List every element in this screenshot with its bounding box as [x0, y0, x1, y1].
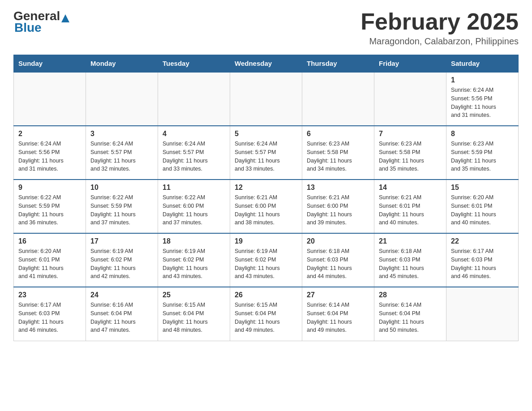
calendar-week-row: 1Sunrise: 6:24 AMSunset: 5:56 PMDaylight…	[14, 72, 519, 126]
calendar-week-row: 9Sunrise: 6:22 AMSunset: 5:59 PMDaylight…	[14, 180, 519, 233]
svg-marker-0	[61, 14, 69, 22]
calendar-cell: 26Sunrise: 6:15 AMSunset: 6:04 PMDayligh…	[230, 287, 302, 341]
calendar-cell	[86, 72, 158, 126]
day-info: Sunrise: 6:22 AMSunset: 6:00 PMDaylight:…	[163, 193, 225, 227]
calendar-cell: 3Sunrise: 6:24 AMSunset: 5:57 PMDaylight…	[86, 126, 158, 180]
day-number: 19	[235, 237, 297, 245]
calendar-cell	[302, 72, 374, 126]
day-info: Sunrise: 6:21 AMSunset: 6:01 PMDaylight:…	[379, 193, 442, 227]
day-info: Sunrise: 6:19 AMSunset: 6:02 PMDaylight:…	[235, 247, 297, 281]
day-number: 17	[90, 237, 153, 245]
day-info: Sunrise: 6:22 AMSunset: 5:59 PMDaylight:…	[18, 193, 81, 227]
day-info: Sunrise: 6:24 AMSunset: 5:56 PMDaylight:…	[18, 140, 81, 173]
day-number: 8	[451, 130, 514, 138]
day-number: 28	[379, 291, 442, 299]
calendar-cell	[230, 72, 302, 126]
calendar-cell: 10Sunrise: 6:22 AMSunset: 5:59 PMDayligh…	[86, 180, 158, 233]
day-number: 9	[18, 184, 81, 192]
day-info: Sunrise: 6:14 AMSunset: 6:04 PMDaylight:…	[379, 301, 442, 334]
day-info: Sunrise: 6:18 AMSunset: 6:03 PMDaylight:…	[307, 247, 369, 281]
calendar-cell: 14Sunrise: 6:21 AMSunset: 6:01 PMDayligh…	[374, 180, 446, 233]
calendar-cell: 4Sunrise: 6:24 AMSunset: 5:57 PMDaylight…	[158, 126, 230, 180]
day-number: 3	[90, 130, 153, 138]
day-number: 14	[379, 184, 442, 192]
day-info: Sunrise: 6:19 AMSunset: 6:02 PMDaylight:…	[163, 247, 225, 281]
page-title: February 2025	[360, 9, 519, 34]
calendar-cell: 13Sunrise: 6:21 AMSunset: 6:00 PMDayligh…	[302, 180, 374, 233]
day-info: Sunrise: 6:14 AMSunset: 6:04 PMDaylight:…	[307, 301, 369, 334]
day-number: 24	[90, 291, 153, 299]
day-info: Sunrise: 6:15 AMSunset: 6:04 PMDaylight:…	[163, 301, 225, 334]
logo-blue-text: Blue	[14, 21, 42, 35]
calendar-cell: 27Sunrise: 6:14 AMSunset: 6:04 PMDayligh…	[302, 287, 374, 341]
day-number: 6	[307, 130, 369, 138]
calendar-cell	[14, 72, 86, 126]
day-info: Sunrise: 6:20 AMSunset: 6:01 PMDaylight:…	[451, 193, 514, 227]
day-number: 18	[163, 237, 225, 245]
calendar-table: SundayMondayTuesdayWednesdayThursdayFrid…	[13, 55, 519, 341]
day-info: Sunrise: 6:24 AMSunset: 5:57 PMDaylight:…	[90, 140, 153, 173]
calendar-cell: 25Sunrise: 6:15 AMSunset: 6:04 PMDayligh…	[158, 287, 230, 341]
calendar-cell: 2Sunrise: 6:24 AMSunset: 5:56 PMDaylight…	[14, 126, 86, 180]
day-number: 4	[163, 130, 225, 138]
calendar-cell: 6Sunrise: 6:23 AMSunset: 5:58 PMDaylight…	[302, 126, 374, 180]
calendar-cell: 20Sunrise: 6:18 AMSunset: 6:03 PMDayligh…	[302, 233, 374, 287]
day-number: 5	[235, 130, 297, 138]
title-block: February 2025 Maragondon, Calabarzon, Ph…	[360, 9, 519, 47]
day-info: Sunrise: 6:17 AMSunset: 6:03 PMDaylight:…	[18, 301, 81, 334]
day-info: Sunrise: 6:24 AMSunset: 5:56 PMDaylight:…	[451, 86, 514, 120]
calendar-cell: 28Sunrise: 6:14 AMSunset: 6:04 PMDayligh…	[374, 287, 446, 341]
day-number: 15	[451, 184, 514, 192]
calendar-cell: 19Sunrise: 6:19 AMSunset: 6:02 PMDayligh…	[230, 233, 302, 287]
calendar-cell: 5Sunrise: 6:24 AMSunset: 5:57 PMDaylight…	[230, 126, 302, 180]
day-info: Sunrise: 6:23 AMSunset: 5:58 PMDaylight:…	[307, 140, 369, 173]
calendar-header-row: SundayMondayTuesdayWednesdayThursdayFrid…	[14, 55, 519, 73]
day-info: Sunrise: 6:22 AMSunset: 5:59 PMDaylight:…	[90, 193, 153, 227]
day-number: 23	[18, 291, 81, 299]
calendar-header-friday: Friday	[374, 55, 446, 73]
day-number: 16	[18, 237, 81, 245]
day-number: 25	[163, 291, 225, 299]
day-number: 7	[379, 130, 442, 138]
calendar-week-row: 2Sunrise: 6:24 AMSunset: 5:56 PMDaylight…	[14, 126, 519, 180]
calendar-cell	[446, 287, 519, 341]
calendar-header-saturday: Saturday	[446, 55, 519, 73]
day-number: 10	[90, 184, 153, 192]
calendar-cell: 7Sunrise: 6:23 AMSunset: 5:58 PMDaylight…	[374, 126, 446, 180]
day-info: Sunrise: 6:20 AMSunset: 6:01 PMDaylight:…	[18, 247, 81, 281]
calendar-header-wednesday: Wednesday	[230, 55, 302, 73]
calendar-cell: 12Sunrise: 6:21 AMSunset: 6:00 PMDayligh…	[230, 180, 302, 233]
calendar-week-row: 16Sunrise: 6:20 AMSunset: 6:01 PMDayligh…	[14, 233, 519, 287]
calendar-cell	[158, 72, 230, 126]
calendar-cell: 17Sunrise: 6:19 AMSunset: 6:02 PMDayligh…	[86, 233, 158, 287]
calendar-cell: 23Sunrise: 6:17 AMSunset: 6:03 PMDayligh…	[14, 287, 86, 341]
day-number: 11	[163, 184, 225, 192]
calendar-cell: 24Sunrise: 6:16 AMSunset: 6:04 PMDayligh…	[86, 287, 158, 341]
day-info: Sunrise: 6:21 AMSunset: 6:00 PMDaylight:…	[235, 193, 297, 227]
logo: General Blue	[13, 9, 69, 35]
day-number: 2	[18, 130, 81, 138]
calendar-cell: 8Sunrise: 6:23 AMSunset: 5:59 PMDaylight…	[446, 126, 519, 180]
day-number: 20	[307, 237, 369, 245]
calendar-cell: 1Sunrise: 6:24 AMSunset: 5:56 PMDaylight…	[446, 72, 519, 126]
calendar-cell: 9Sunrise: 6:22 AMSunset: 5:59 PMDaylight…	[14, 180, 86, 233]
calendar-header-monday: Monday	[86, 55, 158, 73]
calendar-cell: 21Sunrise: 6:18 AMSunset: 6:03 PMDayligh…	[374, 233, 446, 287]
day-info: Sunrise: 6:24 AMSunset: 5:57 PMDaylight:…	[235, 140, 297, 173]
day-number: 13	[307, 184, 369, 192]
day-info: Sunrise: 6:19 AMSunset: 6:02 PMDaylight:…	[90, 247, 153, 281]
day-number: 22	[451, 237, 514, 245]
calendar-header-sunday: Sunday	[14, 55, 86, 73]
logo-triangle-icon	[61, 14, 69, 22]
day-number: 26	[235, 291, 297, 299]
calendar-cell	[374, 72, 446, 126]
day-info: Sunrise: 6:21 AMSunset: 6:00 PMDaylight:…	[307, 193, 369, 227]
calendar-header-thursday: Thursday	[302, 55, 374, 73]
subtitle: Maragondon, Calabarzon, Philippines	[360, 36, 519, 47]
day-info: Sunrise: 6:16 AMSunset: 6:04 PMDaylight:…	[90, 301, 153, 334]
day-number: 12	[235, 184, 297, 192]
day-info: Sunrise: 6:18 AMSunset: 6:03 PMDaylight:…	[379, 247, 442, 281]
calendar-cell: 18Sunrise: 6:19 AMSunset: 6:02 PMDayligh…	[158, 233, 230, 287]
day-info: Sunrise: 6:24 AMSunset: 5:57 PMDaylight:…	[163, 140, 225, 173]
day-info: Sunrise: 6:23 AMSunset: 5:58 PMDaylight:…	[379, 140, 442, 173]
